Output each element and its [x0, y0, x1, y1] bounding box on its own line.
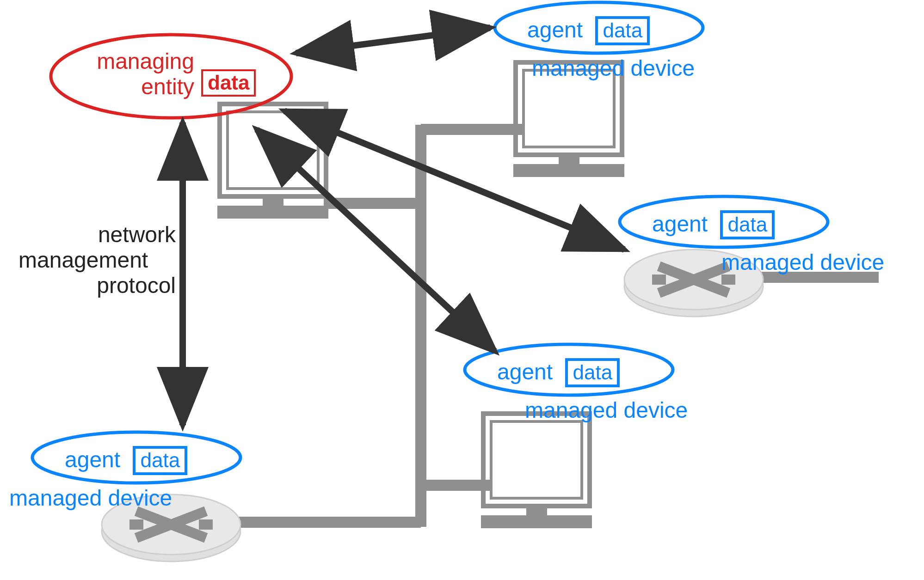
svg-rect-11	[491, 421, 582, 498]
svg-rect-5	[217, 206, 328, 219]
protocol-label: network	[60, 222, 176, 247]
managing-entity-data: data	[201, 69, 256, 97]
arrow-manager-to-agent-tr	[296, 28, 490, 53]
managed-device-label: managed device	[525, 397, 688, 423]
agent-label: agent data	[65, 446, 187, 475]
svg-rect-4	[263, 196, 283, 206]
arrow-manager-to-agent-br	[257, 129, 495, 351]
managed-device-label: managed device	[532, 55, 695, 81]
managed-device-label: managed device	[721, 250, 884, 275]
svg-rect-9	[513, 164, 624, 177]
protocol-label: management	[18, 247, 148, 273]
svg-rect-10	[483, 414, 590, 506]
svg-rect-13	[481, 515, 592, 528]
managed-device-label: managed device	[9, 485, 172, 511]
protocol-label: protocol	[60, 273, 176, 298]
svg-rect-8	[559, 155, 579, 164]
svg-rect-12	[526, 506, 547, 515]
agent-label: agent data	[527, 16, 650, 45]
agent-label: agent data	[652, 210, 775, 239]
managing-entity-label: managing entity	[60, 49, 194, 99]
svg-rect-7	[524, 70, 614, 147]
computer-icon	[481, 414, 592, 528]
agent-label: agent data	[497, 358, 620, 387]
